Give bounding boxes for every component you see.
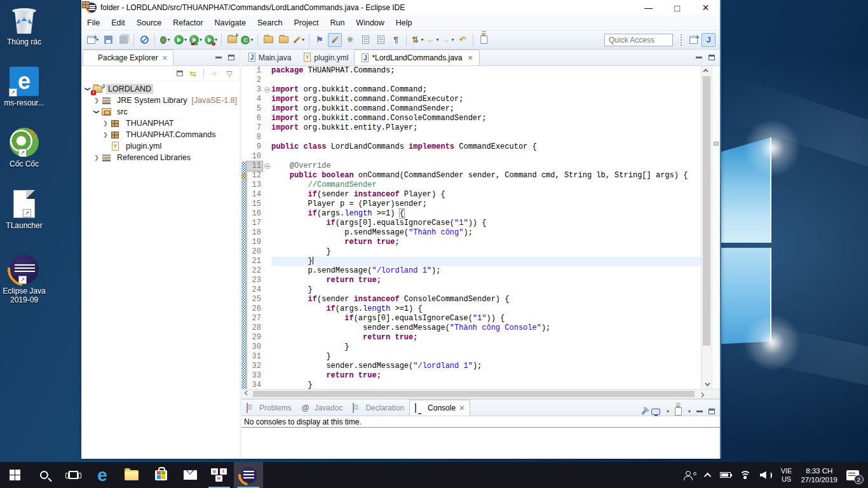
taskbar-mail-button[interactable]: [175, 462, 205, 488]
desktop-icon-ms-resource-shortcut[interactable]: e↗ms-resour...: [0, 66, 48, 107]
open-console-icon[interactable]: [675, 407, 682, 416]
pin-console-icon[interactable]: [641, 408, 647, 414]
people-icon[interactable]: [680, 462, 702, 488]
profile-button[interactable]: ▾: [204, 33, 218, 47]
taskbar-task-view-button[interactable]: [58, 462, 88, 488]
maximize-view-icon[interactable]: [228, 55, 234, 60]
sort-button[interactable]: ⇅▾: [410, 33, 424, 47]
maximize-editor-icon[interactable]: [709, 55, 715, 60]
overview-ruler[interactable]: [712, 66, 720, 389]
dropdown-arrow-icon[interactable]: ▾: [436, 37, 438, 43]
tree-expander-icon[interactable]: ❯: [100, 120, 111, 126]
save-button[interactable]: [101, 33, 115, 47]
menu-refactor[interactable]: Refactor: [167, 18, 208, 27]
dropdown-arrow-icon[interactable]: ▾: [302, 37, 304, 43]
open-type-button[interactable]: ⚑: [313, 33, 327, 47]
tree-item-plugin-yml[interactable]: Yplugin.yml: [81, 140, 240, 152]
editor-tab-main-java[interactable]: JMain.java: [241, 50, 297, 65]
fold-toggle-icon[interactable]: [262, 161, 271, 171]
vertical-scroll-thumb[interactable]: [703, 76, 710, 346]
menu-source[interactable]: Source: [131, 18, 168, 27]
back-button[interactable]: ←▾: [425, 33, 439, 47]
tree-item-jre-system-library[interactable]: ❯JRE System Library[JavaSE-1.8]: [81, 95, 240, 106]
dropdown-arrow-icon[interactable]: ▾: [215, 37, 217, 43]
show-whitespace-button[interactable]: ¶: [389, 33, 403, 47]
tree-item-src[interactable]: ❯src: [81, 106, 240, 118]
open-element-button[interactable]: [276, 33, 290, 47]
scroll-down-icon[interactable]: [702, 380, 712, 389]
new-java-class-button[interactable]: C▾: [240, 33, 254, 47]
volume-icon[interactable]: [756, 462, 776, 488]
maximize-console-icon[interactable]: [709, 409, 715, 414]
quick-access-input[interactable]: [604, 34, 673, 46]
taskbar-file-explorer-button[interactable]: [117, 462, 146, 488]
desktop-icon-coccoc-shortcut[interactable]: ↗Cốc Cốc: [0, 127, 48, 168]
menu-file[interactable]: File: [81, 18, 105, 27]
menu-run[interactable]: Run: [324, 18, 350, 27]
tree-expander-icon[interactable]: ❯: [100, 132, 111, 138]
console-tab-declaration[interactable]: Declaration: [348, 400, 409, 416]
run-button[interactable]: ▾: [173, 33, 187, 47]
taskbar-store-button[interactable]: [146, 462, 175, 488]
coverage-button[interactable]: ▾: [189, 33, 203, 47]
desktop-icon-tlauncher-shortcut[interactable]: ↗TLauncher: [0, 189, 48, 230]
open-task-button[interactable]: [261, 33, 275, 47]
link-with-editor-icon[interactable]: ⇆: [188, 69, 198, 79]
console-tab-console[interactable]: Console✕: [409, 400, 470, 416]
fold-toggle-icon[interactable]: [262, 85, 271, 95]
scroll-right-icon[interactable]: [698, 390, 707, 398]
collapse-all-icon[interactable]: [177, 71, 183, 76]
dropdown-arrow-icon[interactable]: ▾: [184, 37, 187, 43]
desktop-icon-eclipse-shortcut[interactable]: ↗Eclipse Java 2019-09: [0, 254, 48, 304]
tree-expander-icon[interactable]: ❯: [92, 154, 102, 161]
horizontal-scroll-thumb[interactable]: [253, 391, 695, 397]
dropdown-arrow-icon[interactable]: ▾: [451, 37, 454, 43]
forward-button[interactable]: →▾: [440, 33, 454, 47]
display-console-icon[interactable]: [651, 409, 660, 415]
vertical-scrollbar[interactable]: [701, 66, 712, 389]
dropdown-arrow-icon[interactable]: ▾: [421, 37, 423, 43]
menu-help[interactable]: Help: [390, 18, 418, 27]
console-tab-problems[interactable]: Problems: [241, 400, 297, 416]
action-center-icon[interactable]: 2: [842, 462, 868, 488]
language-indicator[interactable]: VIE US: [776, 462, 797, 488]
new-wizard-button[interactable]: ▾: [86, 33, 100, 47]
new-java-project-button[interactable]: [225, 33, 239, 47]
maximize-button[interactable]: □: [663, 0, 691, 15]
last-edit-location-button[interactable]: ↶: [456, 33, 470, 47]
show-hidden-icons-chevron[interactable]: [702, 462, 715, 488]
debug-button[interactable]: ▾: [158, 33, 172, 47]
toggle-mark-occurrences-button[interactable]: [328, 33, 342, 47]
tab-package-explorer[interactable]: Package Explorer ✕: [83, 50, 173, 65]
dropdown-arrow-icon[interactable]: ▾: [250, 37, 253, 43]
occurrence-marker[interactable]: [714, 142, 719, 146]
filters-icon[interactable]: ⁖: [209, 69, 219, 79]
dropdown-arrow-icon[interactable]: ▾: [667, 409, 669, 414]
save-all-button[interactable]: [116, 33, 130, 47]
highlighter-pen-button[interactable]: ▾: [292, 33, 306, 47]
dropdown-arrow-icon[interactable]: ▾: [200, 37, 202, 43]
java-perspective-button[interactable]: J: [702, 33, 715, 47]
skip-all-breakpoints-button[interactable]: [137, 33, 151, 47]
taskbar-edge-button[interactable]: e: [88, 462, 117, 488]
open-perspective-button[interactable]: [686, 33, 700, 47]
dropdown-arrow-icon[interactable]: ▾: [688, 409, 691, 414]
code-editor[interactable]: 1package THUANPHAT.Commands;23import org…: [241, 66, 701, 389]
editor-tab--lordlandcommands-java[interactable]: J*LordLandCommands.java✕: [354, 50, 479, 65]
wifi-icon[interactable]: [735, 462, 756, 488]
externalize-strings-button[interactable]: ✳: [343, 33, 357, 47]
new-untitled-text-file-button[interactable]: [477, 33, 491, 47]
view-menu-icon[interactable]: ▽: [224, 69, 234, 79]
show-source-button[interactable]: [374, 33, 388, 47]
console-tab-javadoc[interactable]: @Javadoc: [297, 400, 348, 416]
close-icon[interactable]: ✕: [162, 54, 168, 62]
clock[interactable]: 8:33 CH 27/10/2019: [796, 462, 842, 488]
dropdown-arrow-icon[interactable]: ▾: [167, 37, 170, 43]
close-icon[interactable]: ✕: [467, 54, 473, 62]
desktop-icon-recycle-bin[interactable]: Thùng rác: [0, 5, 48, 46]
battery-icon[interactable]: [715, 462, 735, 488]
tree-expander-icon[interactable]: ❯: [92, 97, 102, 104]
tree-item-thuanphat-commands[interactable]: ❯THUANPHAT.Commands: [81, 129, 240, 140]
taskbar-unikey-button[interactable]: uin: [205, 462, 234, 488]
tree-item-lordland[interactable]: ❯J!LORDLAND: [81, 83, 240, 95]
